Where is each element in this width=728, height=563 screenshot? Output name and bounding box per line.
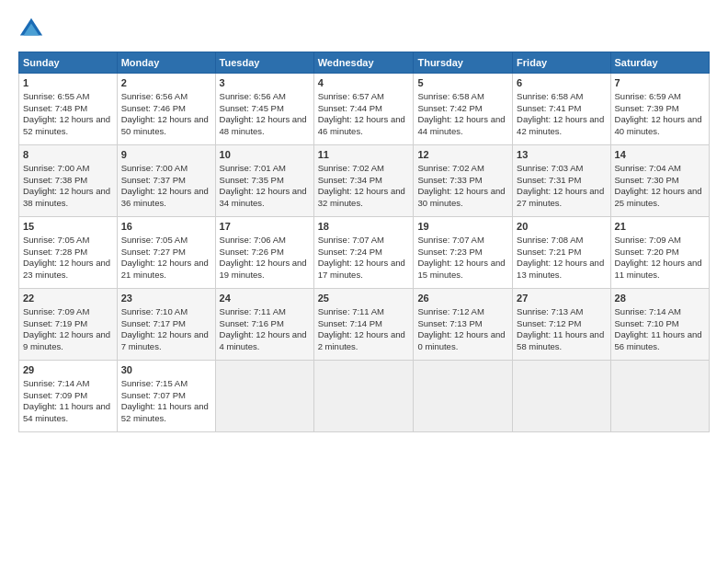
header-cell-monday: Monday (117, 52, 215, 74)
day-number: 23 (121, 292, 211, 305)
calendar-cell: 27Sunrise: 7:13 AMSunset: 7:12 PMDayligh… (513, 289, 610, 361)
sunrise-text: Sunrise: 7:07 AM (318, 235, 384, 245)
sunrise-text: Sunrise: 7:09 AM (23, 306, 89, 316)
daylight-text: Daylight: 12 hours and 34 minutes. (220, 186, 307, 208)
daylight-text: Daylight: 12 hours and 21 minutes. (121, 258, 209, 280)
sunrise-text: Sunrise: 7:02 AM (417, 163, 483, 173)
calendar-cell: 5Sunrise: 6:58 AMSunset: 7:42 PMDaylight… (414, 74, 513, 145)
daylight-text: Daylight: 12 hours and 25 minutes. (615, 186, 702, 208)
calendar-cell: 17Sunrise: 7:06 AMSunset: 7:26 PMDayligh… (215, 217, 313, 289)
sunrise-text: Sunrise: 6:56 AM (121, 91, 188, 101)
calendar-cell (513, 361, 610, 432)
calendar-cell (313, 361, 414, 432)
day-number: 27 (517, 292, 606, 305)
daylight-text: Daylight: 11 hours and 52 minutes. (121, 401, 209, 423)
sunrise-text: Sunrise: 7:15 AM (121, 378, 188, 388)
header-cell-tuesday: Tuesday (215, 52, 313, 74)
day-number: 15 (23, 220, 113, 234)
calendar-cell (215, 361, 313, 432)
calendar-cell: 30Sunrise: 7:15 AMSunset: 7:07 PMDayligh… (117, 361, 215, 432)
daylight-text: Daylight: 12 hours and 27 minutes. (517, 186, 604, 208)
daylight-text: Daylight: 12 hours and 32 minutes. (318, 186, 405, 208)
sunset-text: Sunset: 7:10 PM (615, 318, 679, 328)
day-number: 17 (220, 220, 310, 234)
day-number: 26 (417, 292, 508, 305)
day-number: 19 (417, 220, 508, 234)
sunrise-text: Sunrise: 6:56 AM (220, 91, 286, 101)
sunrise-text: Sunrise: 7:11 AM (220, 306, 286, 316)
header-cell-sunday: Sunday (19, 52, 118, 74)
calendar-cell: 8Sunrise: 7:00 AMSunset: 7:38 PMDaylight… (19, 145, 118, 217)
day-number: 4 (318, 76, 410, 90)
day-number: 11 (318, 148, 410, 162)
day-number: 13 (517, 148, 606, 162)
calendar-body: 1Sunrise: 6:55 AMSunset: 7:48 PMDaylight… (19, 74, 710, 432)
calendar-cell: 26Sunrise: 7:12 AMSunset: 7:13 PMDayligh… (414, 289, 513, 361)
sunset-text: Sunset: 7:21 PM (517, 247, 581, 257)
day-number: 1 (23, 76, 113, 90)
calendar-cell: 24Sunrise: 7:11 AMSunset: 7:16 PMDayligh… (215, 289, 313, 361)
daylight-text: Daylight: 12 hours and 15 minutes. (417, 258, 505, 280)
calendar-cell: 23Sunrise: 7:10 AMSunset: 7:17 PMDayligh… (117, 289, 215, 361)
sunset-text: Sunset: 7:19 PM (23, 318, 87, 328)
calendar-cell: 16Sunrise: 7:05 AMSunset: 7:27 PMDayligh… (117, 217, 215, 289)
day-number: 30 (121, 363, 211, 377)
calendar-cell: 14Sunrise: 7:04 AMSunset: 7:30 PMDayligh… (610, 145, 709, 217)
calendar-cell: 28Sunrise: 7:14 AMSunset: 7:10 PMDayligh… (610, 289, 709, 361)
sunset-text: Sunset: 7:23 PM (417, 247, 482, 257)
day-number: 7 (615, 76, 705, 90)
header-cell-saturday: Saturday (610, 52, 709, 74)
daylight-text: Daylight: 12 hours and 42 minutes. (517, 114, 604, 136)
day-number: 8 (23, 148, 113, 162)
sunrise-text: Sunrise: 6:58 AM (517, 91, 583, 101)
calendar-header: SundayMondayTuesdayWednesdayThursdayFrid… (19, 52, 710, 74)
sunset-text: Sunset: 7:27 PM (121, 247, 186, 257)
sunrise-text: Sunrise: 7:07 AM (417, 235, 483, 245)
sunset-text: Sunset: 7:42 PM (417, 103, 482, 113)
sunset-text: Sunset: 7:20 PM (615, 247, 679, 257)
day-number: 20 (517, 220, 606, 234)
header-cell-friday: Friday (513, 52, 610, 74)
calendar-cell: 7Sunrise: 6:59 AMSunset: 7:39 PMDaylight… (610, 74, 709, 145)
calendar-row: 15Sunrise: 7:05 AMSunset: 7:28 PMDayligh… (19, 217, 710, 289)
day-number: 28 (615, 292, 705, 305)
sunrise-text: Sunrise: 7:08 AM (517, 235, 583, 245)
logo-icon (18, 17, 44, 42)
daylight-text: Daylight: 12 hours and 52 minutes. (23, 114, 110, 136)
calendar-cell: 29Sunrise: 7:14 AMSunset: 7:09 PMDayligh… (19, 361, 118, 432)
sunset-text: Sunset: 7:09 PM (23, 390, 87, 400)
day-number: 9 (121, 148, 211, 162)
header-row: SundayMondayTuesdayWednesdayThursdayFrid… (19, 52, 710, 74)
sunrise-text: Sunrise: 7:03 AM (517, 163, 583, 173)
calendar-cell: 9Sunrise: 7:00 AMSunset: 7:37 PMDaylight… (117, 145, 215, 217)
calendar-cell: 15Sunrise: 7:05 AMSunset: 7:28 PMDayligh… (19, 217, 118, 289)
sunset-text: Sunset: 7:33 PM (417, 175, 482, 185)
day-number: 10 (220, 148, 310, 162)
day-number: 25 (318, 292, 410, 305)
daylight-text: Daylight: 11 hours and 56 minutes. (615, 329, 702, 351)
page: SundayMondayTuesdayWednesdayThursdayFrid… (0, 0, 728, 563)
header-cell-thursday: Thursday (414, 52, 513, 74)
sunrise-text: Sunrise: 7:13 AM (517, 306, 583, 316)
sunset-text: Sunset: 7:45 PM (220, 103, 284, 113)
sunrise-text: Sunrise: 7:14 AM (23, 378, 89, 388)
day-number: 14 (615, 148, 705, 162)
calendar-cell: 10Sunrise: 7:01 AMSunset: 7:35 PMDayligh… (215, 145, 313, 217)
calendar-cell (610, 361, 709, 432)
sunset-text: Sunset: 7:12 PM (517, 318, 581, 328)
daylight-text: Daylight: 12 hours and 36 minutes. (121, 186, 209, 208)
day-number: 18 (318, 220, 410, 234)
daylight-text: Daylight: 11 hours and 54 minutes. (23, 401, 110, 423)
daylight-text: Daylight: 12 hours and 23 minutes. (23, 258, 110, 280)
calendar-cell: 25Sunrise: 7:11 AMSunset: 7:14 PMDayligh… (313, 289, 414, 361)
daylight-text: Daylight: 12 hours and 50 minutes. (121, 114, 209, 136)
sunset-text: Sunset: 7:14 PM (318, 318, 382, 328)
sunset-text: Sunset: 7:13 PM (417, 318, 482, 328)
sunset-text: Sunset: 7:24 PM (318, 247, 382, 257)
daylight-text: Daylight: 12 hours and 19 minutes. (220, 258, 307, 280)
calendar-cell: 20Sunrise: 7:08 AMSunset: 7:21 PMDayligh… (513, 217, 610, 289)
sunrise-text: Sunrise: 7:10 AM (121, 306, 188, 316)
calendar-cell (414, 361, 513, 432)
sunset-text: Sunset: 7:38 PM (23, 175, 87, 185)
sunset-text: Sunset: 7:17 PM (121, 318, 186, 328)
